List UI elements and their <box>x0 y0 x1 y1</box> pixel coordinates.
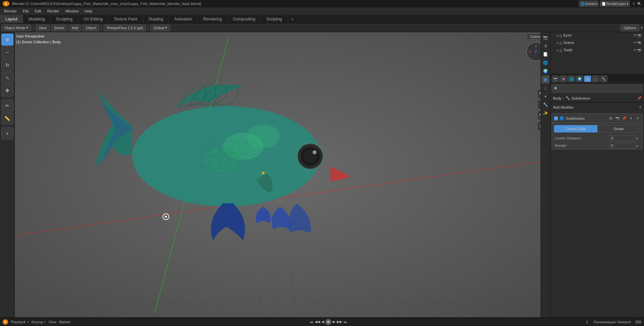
jump-start-btn[interactable]: ⏮ <box>310 320 313 324</box>
keying-item[interactable]: Keying ▾ <box>32 320 46 324</box>
sclera-eye-icon[interactable]: 👁 <box>633 41 637 45</box>
props-scene-icon[interactable]: 🌐 <box>542 59 550 67</box>
prop-tab-modifier[interactable]: 🔧 <box>600 75 607 82</box>
playback-item[interactable]: Playback ▾ <box>11 320 29 324</box>
menu-blender[interactable]: Blender <box>1 8 19 14</box>
prop-tab-scene[interactable]: 🌐 <box>568 75 575 82</box>
menu-file[interactable]: File <box>20 8 32 14</box>
teeth-camera-icon[interactable]: 📷 <box>637 48 641 52</box>
levels-viewport-value[interactable]: 0 <box>609 135 636 141</box>
render-level-expand[interactable]: ▸ <box>636 144 640 148</box>
viewport-3d[interactable]: User Perspective (1) Scene Collection | … <box>15 32 550 317</box>
view-item[interactable]: View <box>48 320 56 324</box>
properties-tabs: 📷 🖥 🌐 🌍 ▣ △ 🔧 <box>550 74 644 83</box>
add-modifier-expand[interactable]: ▾ <box>639 105 641 109</box>
prop-tab-world[interactable]: 🌍 <box>576 75 583 82</box>
modifier-enable-check[interactable]: ✓ <box>554 116 558 120</box>
eyes-camera-icon[interactable]: 📷 <box>637 34 641 37</box>
props-particle-icon[interactable]: ✨ <box>542 109 550 117</box>
top-right-icons: ▽ 🔍 <box>631 1 643 7</box>
mode-chevron: ▾ <box>26 25 28 30</box>
tab-scripting[interactable]: Scripting <box>261 15 288 23</box>
outliner-item-eyes[interactable]: ▸ △ Eyes 👁 📷 <box>550 32 644 39</box>
prop-tab-render[interactable]: 📷 <box>552 75 559 82</box>
tab-sculpting[interactable]: Sculpting <box>51 15 78 23</box>
tab-layout[interactable]: Layout <box>0 15 23 23</box>
add-menu[interactable]: Add <box>69 24 82 31</box>
modifier-close-btn[interactable]: ✕ <box>635 116 640 121</box>
outliner-item-sclera[interactable]: ▸ △ Sclera 👁 📷 <box>550 39 644 46</box>
tab-shading[interactable]: Shading <box>143 15 169 23</box>
fish-svg <box>82 59 371 254</box>
tab-uv-editing[interactable]: UV Editing <box>78 15 108 23</box>
scene-dropdown[interactable]: 🌐 Scene ▾ <box>579 1 599 7</box>
props-view-layer-icon[interactable]: 📑 <box>542 50 550 58</box>
props-object-icon[interactable]: ▣ <box>542 75 550 84</box>
props-world-icon[interactable]: 🌍 <box>542 67 550 75</box>
tab-add[interactable]: + <box>288 15 297 23</box>
tab-animation[interactable]: Animation <box>169 15 198 23</box>
props-output-icon[interactable]: 🖥 <box>542 42 550 50</box>
step-back-btn[interactable]: ◀◀ <box>315 320 320 324</box>
global-orientation[interactable]: Global ▾ <box>150 24 170 31</box>
tab-compositing[interactable]: Compositing <box>228 15 261 23</box>
modifier-expand-btn[interactable]: ▾ <box>628 116 634 121</box>
tab-rendering[interactable]: Rendering <box>198 15 227 23</box>
catmull-clark-btn[interactable]: Catmull-Clark <box>554 125 597 132</box>
view-menu[interactable]: View <box>36 24 50 31</box>
tool-move[interactable]: ↔ <box>1 46 13 58</box>
mode-selector[interactable]: Object Mode ▾ <box>1 24 31 31</box>
prop-tab-output[interactable]: 🖥 <box>560 75 567 82</box>
record-btn[interactable] <box>325 319 331 325</box>
teeth-item-icons: 👁 📷 <box>633 48 641 52</box>
view-label: View <box>48 320 56 324</box>
prop-tab-mesh[interactable]: △ <box>592 75 599 82</box>
tool-transform[interactable]: ✥ <box>1 85 13 97</box>
right-panel: ▽ 🔍 Scene Collection ▽ 🔍 ▾ 📷 Guppy_Fish_… <box>550 0 644 326</box>
breadcrumb-pin-icon[interactable]: 📌 <box>637 96 641 100</box>
modifier-pin-btn[interactable]: 📌 <box>622 116 627 121</box>
modifier-type-icon: 🔵 <box>559 116 564 121</box>
modifier-realtime-btn[interactable]: ⊞ <box>608 116 613 121</box>
simple-btn[interactable]: Simple <box>597 125 641 132</box>
tool-cursor[interactable]: ⊕ <box>1 34 13 46</box>
props-material-icon[interactable]: ● <box>542 92 550 100</box>
levels-viewport-expand[interactable]: ▸ <box>636 136 640 141</box>
props-render-icon[interactable]: 📷 <box>542 34 550 42</box>
tool-add[interactable]: + <box>1 127 13 140</box>
step-forward-btn[interactable]: ▶▶ <box>337 320 342 324</box>
tab-texture-paint[interactable]: Texture Paint <box>108 15 143 23</box>
tool-measure[interactable]: 📏 <box>1 112 13 124</box>
object-menu[interactable]: Object <box>83 24 99 31</box>
properties-search[interactable]: 🔍 <box>552 85 643 93</box>
select-menu[interactable]: Select <box>51 24 67 31</box>
render-layer-dropdown[interactable]: 📑 RenderLayer ▾ <box>600 1 630 7</box>
menu-edit[interactable]: Edit <box>32 8 44 14</box>
render-level-value[interactable]: 0 <box>609 143 636 149</box>
tool-rotate[interactable]: ↻ <box>1 59 13 71</box>
outliner-item-teeth[interactable]: ▸ △ Teeth 👁 📷 <box>550 46 644 54</box>
menu-help[interactable]: Help <box>82 8 95 14</box>
tab-modeling[interactable]: Modeling <box>23 15 51 23</box>
tool-annotate[interactable]: ✏ <box>1 100 13 112</box>
eyes-eye-icon[interactable]: 👁 <box>633 34 637 37</box>
jump-end-btn[interactable]: ⏭ <box>343 320 347 324</box>
prop-search-icon: 🔍 <box>554 87 558 91</box>
next-frame-btn[interactable]: ▶ <box>333 320 335 324</box>
sclera-camera-icon[interactable]: 📷 <box>637 41 641 45</box>
svg-point-12 <box>262 172 265 174</box>
options-button[interactable]: Options <box>620 24 639 31</box>
modifier-render-btn[interactable]: 📷 <box>615 116 620 121</box>
addon-label[interactable]: RetopoFlow 3.2.4 (git) <box>104 24 146 31</box>
filter-icon[interactable]: ▽ <box>633 2 635 6</box>
tool-scale[interactable]: ⤡ <box>1 72 13 84</box>
menu-window[interactable]: Window <box>63 8 81 14</box>
search-icon[interactable]: 🔍 <box>637 2 641 6</box>
marker-item[interactable]: Marker <box>59 320 71 324</box>
prev-frame-btn[interactable]: ◀ <box>321 320 324 324</box>
teeth-eye-icon[interactable]: 👁 <box>633 48 637 52</box>
props-modifier-icon[interactable]: 🔧 <box>542 101 550 109</box>
menu-render[interactable]: Render <box>45 8 62 14</box>
prop-tab-object[interactable]: ▣ <box>584 75 591 82</box>
props-mesh-icon[interactable]: △ <box>542 84 550 92</box>
